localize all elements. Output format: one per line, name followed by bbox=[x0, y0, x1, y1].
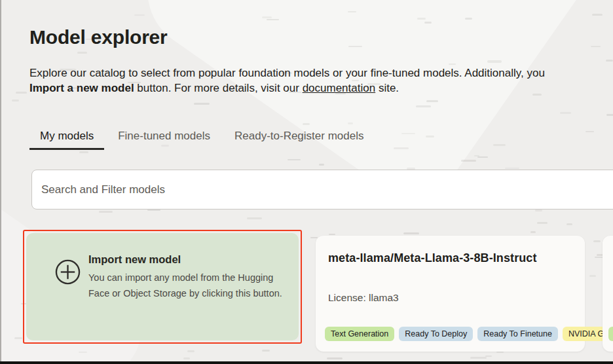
window-bottom-bar bbox=[0, 361, 613, 364]
import-card-title: Import new model bbox=[88, 253, 181, 266]
page-description-line2: Import a new model button. For more deta… bbox=[29, 81, 545, 96]
search-input[interactable] bbox=[31, 170, 613, 209]
model-card-title: meta-llama/Meta-Llama-3-8B-Instruct bbox=[328, 251, 537, 265]
window-left-edge bbox=[0, 0, 1, 364]
documentation-link[interactable]: documentation bbox=[303, 82, 376, 94]
page-description-line1: Explore our catalog to select from popul… bbox=[29, 65, 545, 81]
page-description: Explore our catalog to select from popul… bbox=[29, 65, 545, 96]
import-model-emphasis: Import a new model bbox=[29, 82, 134, 94]
badge-ready-to-deploy: Ready To Deploy bbox=[399, 327, 473, 341]
partial-card-badge bbox=[608, 327, 613, 341]
model-card-badges: Text Generation Ready To Deploy Ready To… bbox=[325, 327, 613, 341]
tab-bar: My models Fine-tuned models Ready-to-Reg… bbox=[29, 130, 374, 150]
page-title: Model explorer bbox=[29, 26, 168, 48]
model-card-meta-llama-3-8b-instruct[interactable]: meta-llama/Meta-Llama-3-8B-Instruct Lice… bbox=[316, 236, 585, 352]
model-explorer-page: Model explorer Explore our catalog to se… bbox=[0, 0, 613, 364]
model-card-license: License: llama3 bbox=[328, 292, 399, 304]
tab-ready-to-register-models[interactable]: Ready-to-Register models bbox=[224, 130, 374, 150]
import-card-description: You can import any model from the Huggin… bbox=[88, 270, 282, 301]
model-card-partial[interactable] bbox=[603, 236, 613, 352]
badge-ready-to-finetune: Ready To Finetune bbox=[477, 327, 558, 341]
tab-my-models[interactable]: My models bbox=[29, 130, 104, 150]
tab-fine-tuned-models[interactable]: Fine-tuned models bbox=[107, 130, 221, 150]
import-new-model-button[interactable]: Import new model You can import any mode… bbox=[26, 233, 299, 340]
badge-text-generation: Text Generation bbox=[325, 327, 394, 341]
plus-circle-icon bbox=[55, 259, 81, 285]
